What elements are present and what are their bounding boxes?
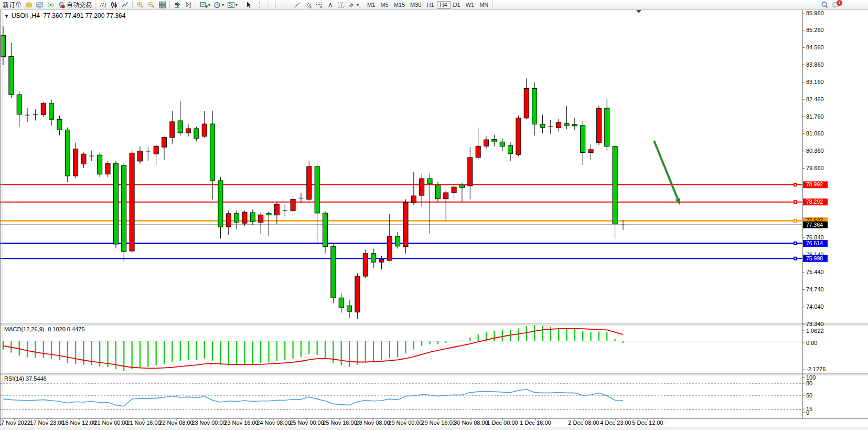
- svg-text:29 Nov 16:00: 29 Nov 16:00: [421, 419, 455, 426]
- svg-text:E: E: [309, 5, 312, 8]
- market-watch-icon[interactable]: [23, 1, 34, 9]
- fibonacci-icon[interactable]: F: [314, 1, 325, 9]
- candle-body: [387, 236, 392, 260]
- svg-text:79.660: 79.660: [806, 165, 824, 171]
- one-click-toggle-icon[interactable]: ▼: [4, 14, 9, 19]
- line-chart-icon[interactable]: [120, 1, 131, 9]
- candle-body: [572, 124, 577, 126]
- chevron-down-icon[interactable]: ▾: [357, 3, 359, 7]
- svg-text:74.740: 74.740: [806, 286, 824, 292]
- tile-windows-icon[interactable]: [157, 1, 168, 9]
- charts-window-icon[interactable]: [34, 1, 45, 9]
- timeframe-m1[interactable]: M1: [365, 1, 378, 9]
- channel-glyph: E: [304, 1, 312, 9]
- search-glyph: [821, 1, 829, 9]
- candle-body: [98, 155, 102, 174]
- auto-trading-button[interactable]: 自动交易: [56, 1, 93, 9]
- signal-icon[interactable]: [45, 1, 56, 9]
- svg-text:-2.1276: -2.1276: [806, 366, 826, 372]
- hline-glyph: [282, 1, 290, 9]
- candlestick-icon[interactable]: [109, 1, 120, 9]
- bar-chart-icon[interactable]: [98, 1, 109, 9]
- zoom-in-icon[interactable]: [135, 1, 146, 9]
- candle-body: [492, 140, 497, 142]
- timeframe-mn[interactable]: MN: [477, 1, 491, 9]
- timeframe-m15[interactable]: M15: [391, 1, 408, 9]
- trendline-glyph: [293, 1, 301, 9]
- svg-text:83.860: 83.860: [806, 61, 824, 68]
- chat-icon[interactable]: 1: [830, 1, 847, 9]
- chevron-down-icon[interactable]: ▾: [208, 3, 210, 7]
- candle-body: [234, 214, 239, 222]
- candle-body: [113, 163, 118, 244]
- trendline-icon[interactable]: [292, 1, 303, 9]
- candle-body: [516, 118, 521, 154]
- candle-body: [178, 121, 183, 133]
- svg-text:25 Nov 00:00: 25 Nov 00:00: [290, 419, 324, 426]
- candle-body: [588, 150, 593, 153]
- chart-shift-icon[interactable]: [183, 1, 194, 9]
- svg-text:0: 0: [806, 410, 809, 416]
- svg-text:24 Nov 08:00: 24 Nov 08:00: [256, 419, 291, 426]
- crosshair-icon[interactable]: [254, 1, 265, 9]
- label-icon[interactable]: T: [336, 1, 347, 9]
- new-order-button[interactable]: 新订单: [0, 1, 23, 9]
- timeframe-m5[interactable]: M5: [378, 1, 391, 9]
- add-indicator-icon[interactable]: ▾: [198, 1, 212, 9]
- toolbar-separator: [95, 1, 96, 8]
- hline-icon[interactable]: [281, 1, 292, 9]
- candle-body: [524, 89, 529, 118]
- cursor-icon[interactable]: [243, 1, 254, 9]
- chevron-down-icon[interactable]: ▾: [222, 3, 224, 7]
- toolbar-group-insert: ▾▾▾: [198, 0, 239, 9]
- clock-glyph: [213, 1, 221, 9]
- chart-window[interactable]: 85.96085.26084.56083.86083.16082.46081.7…: [0, 0, 868, 430]
- candle-body: [323, 213, 328, 247]
- svg-text:0.00: 0.00: [806, 340, 817, 346]
- candle-body: [331, 247, 336, 298]
- candle-body: [194, 129, 199, 138]
- chevron-down-icon[interactable]: ▾: [235, 3, 238, 7]
- zoom-out-icon[interactable]: [146, 1, 157, 9]
- toolbar-group-zoom: [135, 0, 168, 9]
- timeframe-h1[interactable]: H1: [424, 1, 436, 9]
- charts-glyph: [36, 1, 44, 9]
- svg-text:A: A: [328, 2, 333, 8]
- timeframe-m30[interactable]: M30: [408, 1, 424, 9]
- timeframe-group: M1M5M15M30H1H4D1W1MN: [365, 0, 491, 9]
- candle-body: [435, 185, 440, 198]
- toolbar-group-pointer: [243, 0, 265, 9]
- svg-text:28 Nov 08:00: 28 Nov 08:00: [356, 419, 390, 426]
- candle-body: [73, 149, 78, 176]
- candle-body: [605, 108, 609, 146]
- period-icon[interactable]: ▾: [212, 1, 226, 9]
- candle-body: [122, 165, 126, 251]
- shapes-icon[interactable]: ▾: [347, 1, 360, 9]
- timeframe-d1[interactable]: D1: [451, 1, 463, 9]
- candle-body: [266, 214, 271, 215]
- candle-body: [427, 179, 432, 184]
- candle-body: [274, 204, 279, 215]
- vline-icon[interactable]: [270, 1, 281, 9]
- toolbar-separator: [169, 1, 170, 8]
- timeframe-w1[interactable]: W1: [463, 1, 477, 9]
- robot-glyph: [58, 1, 66, 9]
- channel-icon[interactable]: E: [303, 1, 314, 9]
- svg-text:30 Nov 08:00: 30 Nov 08:00: [454, 419, 488, 426]
- timeframe-h4[interactable]: H4: [437, 1, 451, 9]
- candle-body: [339, 298, 344, 308]
- search-icon[interactable]: [819, 1, 830, 9]
- svg-text:82.460: 82.460: [806, 96, 824, 102]
- toolbar-separator: [241, 1, 242, 8]
- candle-body: [186, 129, 191, 133]
- candle-body: [202, 124, 207, 137]
- svg-text:29 Nov 00:00: 29 Nov 00:00: [388, 419, 422, 426]
- template-icon[interactable]: ▾: [226, 1, 239, 9]
- candle-body: [532, 89, 537, 124]
- status-strip: [0, 427, 868, 430]
- candle-body: [65, 130, 70, 176]
- auto-scroll-icon[interactable]: [172, 1, 183, 9]
- text-icon[interactable]: A: [325, 1, 336, 9]
- candle-body: [242, 212, 247, 223]
- candle-body: [484, 140, 489, 146]
